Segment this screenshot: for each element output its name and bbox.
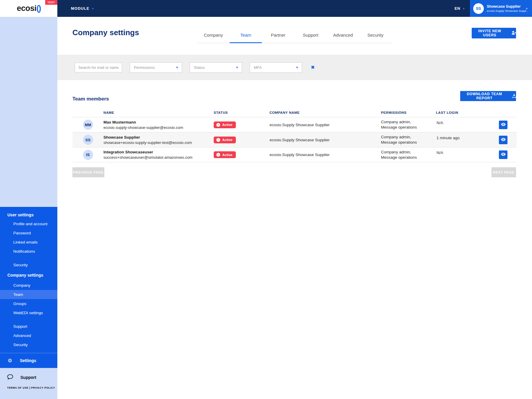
tab-advanced[interactable]: Advanced — [327, 30, 359, 43]
permissions-cell: Company admin, Message operations — [381, 119, 436, 130]
avatar: SS — [83, 135, 93, 145]
top-navbar: MODULE ▾ EN ▾ SS Showcase Supplier ecosi… — [0, 0, 532, 17]
tab-team[interactable]: Team — [230, 30, 262, 43]
view-member-button[interactable] — [499, 121, 507, 129]
download-icon — [512, 94, 516, 99]
sidebar-item-user-security[interactable]: Security — [0, 260, 57, 270]
test-environment-badge: TEST — [45, 0, 57, 5]
status-cell: ! Active — [214, 137, 270, 143]
sidebar-item-groups[interactable]: Groups — [0, 299, 57, 308]
member-name: Max Mustermann — [103, 120, 214, 124]
user-account-menu[interactable]: SS Showcase Supplier ecosio.Supply Showc… — [470, 0, 532, 17]
company-cell: ecosio.Supply Showcase Supplier — [270, 153, 381, 157]
next-page-button[interactable]: NEXT PAGE — [492, 167, 516, 177]
support-label: Support — [20, 375, 36, 380]
column-header-company-name: COMPANY NAME — [270, 111, 381, 114]
invite-button-label: INVITE NEW USERS — [472, 29, 508, 37]
status-filter-dropdown[interactable]: Status ▾ — [190, 62, 242, 73]
invite-new-users-button[interactable]: INVITE NEW USERS — [472, 28, 516, 38]
module-menu[interactable]: MODULE ▾ — [71, 0, 94, 17]
sidebar-item-linked-emails[interactable]: Linked emails — [0, 238, 57, 247]
download-team-report-button[interactable]: DOWNLOAD TEAM REPORT — [460, 91, 516, 101]
footer-separator: | — [28, 386, 31, 389]
mfa-filter-dropdown[interactable]: MFA ▾ — [250, 62, 302, 73]
terms-of-use-link[interactable]: TERMS OF USE — [7, 386, 28, 389]
sidebar-item-company[interactable]: Company — [0, 281, 57, 290]
sidebar-item-team[interactable]: Team — [0, 290, 57, 299]
chevron-down-icon: ▾ — [463, 7, 465, 11]
actions-cell: 1 minute ago — [436, 136, 517, 144]
status-badge: ! Active — [214, 137, 236, 143]
member-name: Integration Showcaseuser — [103, 150, 214, 154]
sidebar-item-profile-and-account[interactable]: Profile and account — [0, 219, 57, 228]
sidebar-item-support[interactable]: Support — [0, 322, 57, 331]
sidebar: User settings Profile and account Passwo… — [0, 17, 57, 399]
tab-partner[interactable]: Partner — [262, 30, 294, 43]
tab-support[interactable]: Support — [294, 30, 327, 43]
eye-icon — [501, 153, 506, 157]
info-icon: ! — [216, 138, 220, 142]
settings-label: Settings — [20, 358, 36, 363]
sidebar-item-password[interactable]: Password — [0, 228, 57, 238]
sidebar-item-company-security[interactable]: Security — [0, 340, 57, 349]
tab-security[interactable]: Security — [359, 30, 392, 43]
language-label: EN — [455, 6, 460, 11]
sidebar-section-company-settings: Company settings — [0, 270, 57, 281]
language-selector[interactable]: EN ▾ — [455, 0, 465, 17]
permissions-filter-dropdown[interactable]: Permissions ▾ — [130, 62, 182, 73]
chevron-down-icon: ▾ — [296, 65, 298, 69]
avatar: SS — [473, 3, 484, 14]
tab-company[interactable]: Company — [197, 30, 230, 43]
table-row: SS Showcase Supplier showcase+ecosio-sup… — [72, 132, 517, 147]
view-member-button[interactable] — [499, 136, 507, 144]
user-info: Showcase Supplier ecosio.Supply Showcase… — [487, 4, 525, 12]
legal-footer: TERMS OF USE | PRIVACY POLICY — [7, 386, 55, 389]
status-label: Active — [222, 138, 233, 142]
status-label: Active — [222, 153, 233, 157]
sidebar-item-webedi-settings[interactable]: WebEDI settings — [0, 308, 57, 317]
divider — [0, 256, 57, 260]
status-badge: ! Active — [214, 151, 236, 158]
chevron-down-icon: ▾ — [526, 7, 528, 11]
permissions-cell: Company admin, Message operations — [381, 150, 436, 160]
page-title: Company settings — [72, 28, 139, 37]
avatar-cell: IS — [72, 150, 103, 160]
permission-line: Company admin, — [381, 134, 436, 140]
sidebar-item-advanced[interactable]: Advanced — [0, 331, 57, 340]
last-login-cell: 1 minute ago — [437, 136, 460, 144]
company-cell: ecosio.Supply Showcase Supplier — [270, 138, 381, 142]
permission-line: Message operations — [381, 140, 436, 145]
sidebar-item-notifications[interactable]: Notifications — [0, 247, 57, 256]
permission-line: Message operations — [381, 125, 436, 130]
clear-filters-icon[interactable]: ✖ — [311, 65, 315, 70]
logo-text: ecosi — [17, 4, 37, 13]
view-member-button[interactable] — [499, 150, 507, 159]
member-email: showcase+ecosio-supply-supplier-test@eco… — [103, 140, 214, 145]
column-header-name: NAME — [103, 111, 214, 114]
last-login-cell: N/A — [437, 150, 443, 159]
avatar-cell: SS — [72, 135, 103, 145]
permission-line: Message operations — [381, 155, 436, 160]
eye-icon — [501, 138, 506, 142]
search-input[interactable] — [75, 63, 122, 72]
sidebar-support-link[interactable]: Support — [0, 372, 57, 383]
team-members-heading: Team members — [72, 96, 109, 102]
chevron-down-icon: ▾ — [176, 65, 178, 69]
user-name: Showcase Supplier — [487, 4, 525, 9]
previous-page-button[interactable]: PREVIOUS PAGE — [72, 167, 104, 177]
sidebar-section-user-settings: User settings — [0, 210, 57, 219]
chevron-down-icon: ▾ — [236, 65, 238, 69]
divider — [0, 317, 57, 322]
column-header-spacer — [72, 111, 103, 114]
sidebar-item-settings[interactable]: ⚙ Settings — [0, 353, 57, 368]
permission-line: Company admin, — [381, 119, 436, 125]
table-row: MM Max Mustermann ecosio.supply-showcase… — [72, 117, 517, 132]
column-header-last-login: LAST LOGIN — [436, 111, 517, 114]
privacy-policy-link[interactable]: PRIVACY POLICY — [31, 386, 55, 389]
company-cell: ecosio.Supply Showcase Supplier — [270, 123, 381, 127]
member-email: success+showcaseuser@simulator.amazonses… — [103, 155, 214, 160]
logo-suffix: () — [36, 4, 40, 13]
column-header-status: STATUS — [214, 111, 270, 114]
member-email: ecosio.supply-showcase-supplier@ecosio.c… — [103, 125, 214, 130]
actions-cell: N/A — [436, 150, 517, 159]
